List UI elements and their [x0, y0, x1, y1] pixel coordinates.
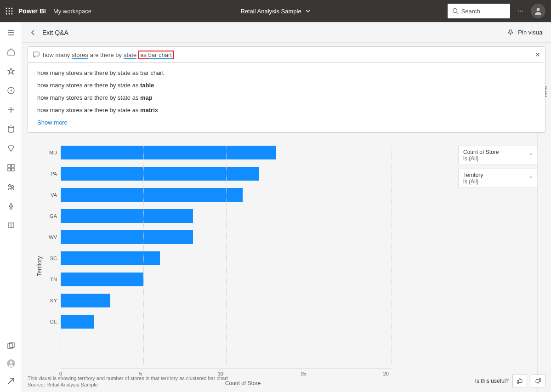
visual-source: Source: Retail Analysis Sample [28, 382, 228, 387]
svg-point-22 [10, 361, 12, 364]
svg-rect-13 [8, 165, 11, 167]
suggestion-row[interactable]: how many stores are there by state as ma… [37, 104, 536, 116]
more-options-icon[interactable]: ··· [516, 5, 525, 17]
useful-prompt: Is this useful? [475, 378, 509, 384]
person-icon [534, 7, 542, 15]
thumbs-up-button[interactable] [512, 375, 527, 387]
bar-row[interactable]: VA [61, 188, 458, 202]
home-icon[interactable] [6, 47, 16, 57]
datasets-icon[interactable] [6, 125, 16, 134]
chevron-down-icon[interactable]: ⌄ [528, 173, 533, 179]
svg-point-5 [11, 11, 13, 12]
suggestion-row[interactable]: how many stores are there by state as ta… [37, 79, 536, 91]
recent-icon[interactable] [6, 86, 16, 95]
svg-point-12 [8, 126, 14, 128]
bar-row[interactable]: MD [61, 146, 458, 159]
qna-input[interactable]: how many stores are there by state as ba… [28, 46, 545, 63]
deployment-icon[interactable] [6, 202, 16, 211]
svg-point-10 [537, 8, 540, 11]
bar-category-label: SC [44, 256, 57, 261]
pin-label: Pin visual [518, 29, 544, 36]
bar-rect[interactable] [61, 230, 193, 244]
gridline [309, 146, 309, 366]
bar-rect[interactable] [61, 273, 143, 286]
gridline [143, 146, 144, 366]
back-chevron-icon [29, 29, 37, 36]
search-placeholder: Search [461, 8, 480, 15]
svg-point-17 [8, 185, 11, 187]
qna-text: how many stores are there by state as ba… [43, 51, 174, 59]
exit-qna-label: Exit Q&A [42, 29, 68, 36]
visual-description: This visual is showing territory and num… [28, 375, 228, 381]
svg-point-4 [9, 11, 10, 12]
bar-category-label: DE [44, 319, 57, 324]
expand-icon[interactable] [6, 376, 16, 386]
gridline [61, 146, 61, 366]
app-launcher-icon[interactable] [6, 7, 13, 15]
hamburger-icon[interactable] [6, 28, 16, 37]
gridline [226, 146, 227, 366]
svg-point-2 [11, 8, 13, 9]
shared-icon[interactable] [6, 182, 16, 192]
my-workspace-icon[interactable] [6, 359, 16, 368]
learn-icon[interactable] [6, 221, 16, 230]
bar-row[interactable]: KY [61, 294, 458, 307]
svg-rect-16 [11, 168, 14, 171]
favorites-icon[interactable] [6, 67, 16, 76]
bar-rect[interactable] [61, 167, 259, 181]
search-input[interactable]: Search [448, 4, 510, 18]
svg-point-6 [6, 13, 7, 15]
left-nav-rail [0, 23, 22, 392]
svg-point-3 [6, 11, 7, 12]
bar-category-label: GA [44, 213, 57, 219]
global-header: Power BI My workspace Retail Analysis Sa… [0, 0, 551, 22]
bar-category-label: TN [44, 277, 57, 282]
suggestion-row[interactable]: how many stores are there by state as ma… [37, 91, 536, 104]
apps-icon[interactable] [6, 163, 16, 172]
bar-rect[interactable] [61, 251, 160, 265]
bar-category-label: WV [44, 234, 57, 240]
filter-card[interactable]: Count of Storeis (All)⌄◇ [458, 146, 545, 165]
bar-rect[interactable] [61, 209, 193, 223]
bar-row[interactable]: SC [61, 251, 458, 265]
filter-card[interactable]: Territoryis (All)⌄◇ [458, 169, 545, 188]
filter-value: is (All) [463, 178, 540, 185]
goals-icon[interactable] [6, 144, 16, 153]
bar-category-label: MD [44, 150, 57, 155]
pin-visual-button[interactable]: Pin visual [507, 29, 544, 36]
svg-point-8 [11, 13, 13, 15]
pin-icon [507, 29, 514, 36]
report-title-text: Retail Analysis Sample [240, 8, 301, 15]
svg-rect-15 [8, 168, 11, 171]
chevron-down-icon [305, 8, 311, 14]
svg-point-7 [9, 13, 10, 15]
thumbs-down-button[interactable] [531, 375, 545, 387]
bar-rect[interactable] [61, 315, 94, 329]
exit-qna-button[interactable]: Exit Q&A [29, 29, 68, 36]
bar-row[interactable]: GA [61, 209, 458, 223]
bar-row[interactable]: DE [61, 315, 458, 329]
bar-rect[interactable] [61, 294, 110, 307]
suggestion-row[interactable]: how many stores are there by state as ba… [37, 67, 536, 79]
user-avatar[interactable] [531, 4, 545, 18]
bar-rect[interactable] [61, 146, 276, 159]
create-icon[interactable] [6, 105, 16, 114]
thumbs-down-icon [535, 378, 541, 384]
brand-label: Power BI [18, 7, 46, 15]
chevron-down-icon[interactable]: ⌄ [528, 150, 533, 156]
bar-row[interactable]: PA [61, 167, 458, 181]
bar-rect[interactable] [61, 188, 243, 202]
bar-chart[interactable]: Territory MDPAVAGAWVSCTNKYDE 05101520 Co… [28, 146, 458, 386]
gridline [392, 146, 392, 366]
footer-info: This visual is showing territory and num… [28, 375, 545, 387]
bar-row[interactable]: TN [61, 273, 458, 286]
svg-point-1 [9, 8, 10, 9]
bar-row[interactable]: WV [61, 230, 458, 244]
show-more-link[interactable]: Show more [37, 116, 536, 127]
workspaces-icon[interactable] [6, 341, 16, 351]
report-title[interactable]: Retail Analysis Sample [240, 8, 310, 15]
search-icon [452, 8, 459, 14]
bar-category-label: VA [44, 192, 57, 198]
workspace-label[interactable]: My workspace [53, 8, 91, 15]
clear-icon[interactable]: ✕ [535, 51, 540, 58]
